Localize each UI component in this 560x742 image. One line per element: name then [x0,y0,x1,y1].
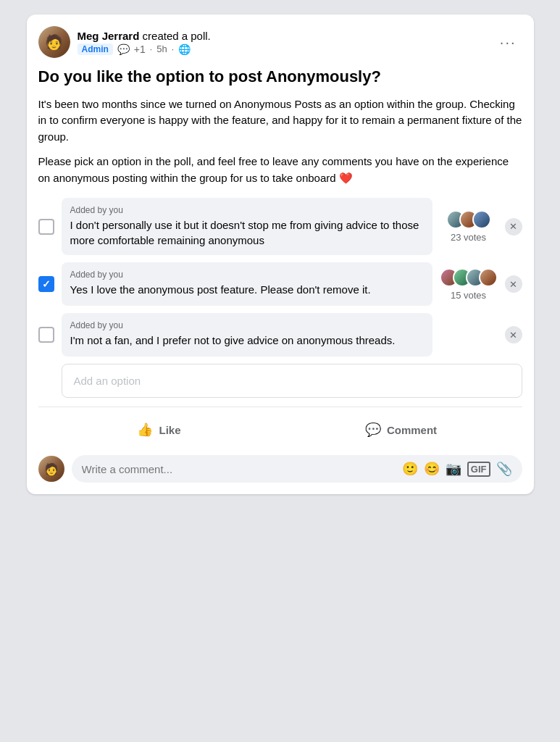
action-bar: 👍 Like 💬 Comment [38,416,522,443]
option-text-2: Yes I love the anonymous post feature. P… [70,282,424,297]
post-card: 🧑 Meg Jerrard created a poll. Admin 💬 +1… [27,14,534,494]
admin-badge: Admin [78,43,113,55]
gif-icon[interactable]: GIF [467,462,490,477]
like-button[interactable]: 👍 Like [38,416,280,443]
post-time: 5h [156,43,167,54]
plus-one-badge: +1 [134,43,146,55]
remove-option-3-button[interactable]: ✕ [505,326,522,343]
vote-avatar [472,210,491,229]
emoji-icon[interactable]: 😊 [424,461,440,477]
comment-area: 🧑 🙂 😊 📷 GIF 📎 [38,452,522,483]
earth-icon: 🌐 [178,43,191,55]
votes-area-2: 15 votes [440,268,498,301]
poll-option-content-1: Added by you I don't personally use it b… [62,198,432,255]
post-header-left: 🧑 Meg Jerrard created a poll. Admin 💬 +1… [38,26,211,58]
option-text-1: I don't personally use it but it doesn't… [70,217,424,248]
checkbox-3[interactable] [38,327,54,343]
post-header: 🧑 Meg Jerrard created a poll. Admin 💬 +1… [38,26,522,58]
vote-avatars-2 [440,268,498,287]
like-icon: 👍 [137,422,153,438]
attach-icon[interactable]: 📎 [496,461,512,477]
dot-separator-2: · [172,44,174,54]
comment-button[interactable]: 💬 Comment [280,416,522,443]
checkbox-1[interactable] [38,219,54,235]
comment-icon-row: 🙂 😊 📷 GIF 📎 [402,461,512,477]
add-option-input[interactable]: Add an option [62,364,522,398]
option-tag-3: Added by you [70,320,424,330]
like-label: Like [159,424,180,436]
poll-option-2: Added by you Yes I love the anonymous po… [38,262,522,306]
post-meta-sub: Admin 💬 +1 · 5h · 🌐 [78,43,211,55]
vote-avatar [479,268,498,287]
remove-option-2-button[interactable]: ✕ [505,275,522,293]
option-tag-2: Added by you [70,270,424,280]
poll-section: Added by you I don't personally use it b… [38,198,522,398]
post-body: It's been two months since we turned on … [38,96,522,187]
avatar-image: 🧑 [38,26,70,58]
avatar: 🧑 [38,26,70,58]
author-name: Meg Jerrard created a poll. [78,30,211,42]
option-tag-1: Added by you [70,205,424,215]
vote-count-1: 23 votes [451,232,486,243]
comment-icon: 💬 [365,422,381,438]
comment-label: Comment [387,424,437,436]
remove-option-1-button[interactable]: ✕ [505,218,522,235]
divider [38,407,522,407]
poll-option-1: Added by you I don't personally use it b… [38,198,522,255]
option-text-3: I'm not a fan, and I prefer not to give … [70,333,424,348]
post-title: Do you like the option to post Anonymous… [38,67,522,88]
vote-count-2: 15 votes [451,290,486,301]
messenger-icon: 💬 [117,43,130,55]
poll-option-content-2: Added by you Yes I love the anonymous po… [62,262,432,306]
vote-avatars-1 [446,210,491,229]
votes-area-1: 23 votes [440,210,498,243]
post-body-p1: It's been two months since we turned on … [38,96,522,146]
post-body-p2: Please pick an option in the poll, and f… [38,154,522,186]
poll-option-content-3: Added by you I'm not a fan, and I prefer… [62,313,432,357]
comment-input[interactable] [82,463,396,475]
poll-option-3: Added by you I'm not a fan, and I prefer… [38,313,522,357]
checkbox-2[interactable] [38,276,54,292]
comment-input-wrap: 🙂 😊 📷 GIF 📎 [72,455,522,483]
dot-separator: · [150,44,152,54]
camera-icon[interactable]: 📷 [446,461,461,477]
more-options-button[interactable]: ··· [494,31,522,54]
post-meta: Meg Jerrard created a poll. Admin 💬 +1 ·… [78,30,211,55]
commenter-avatar: 🧑 [38,456,64,482]
sticker-icon[interactable]: 🙂 [402,461,418,477]
